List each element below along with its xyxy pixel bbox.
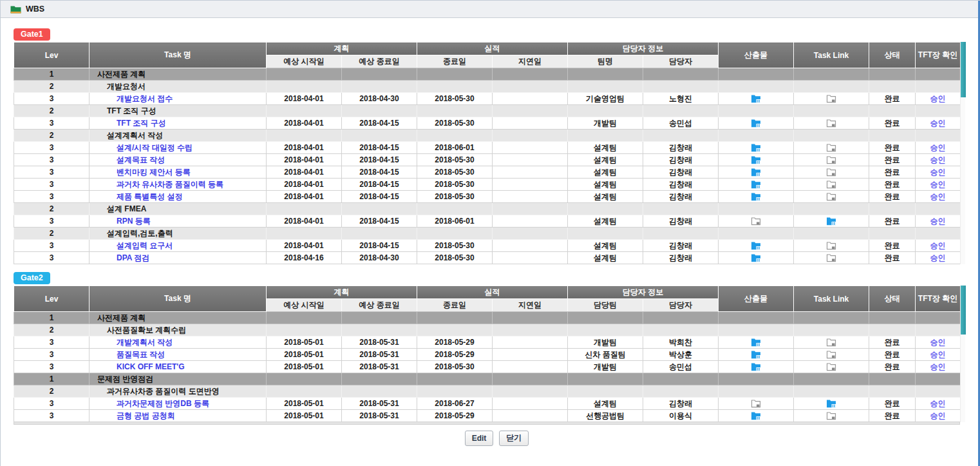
approve-link[interactable]: 승인 <box>930 155 946 164</box>
gate1-badge: Gate1 <box>14 28 50 41</box>
folder-blue-icon-deliverable[interactable] <box>751 155 761 164</box>
folder-blue-icon-deliverable[interactable] <box>751 411 761 420</box>
task-name-link[interactable]: 품질목표 작성 <box>117 350 165 359</box>
actual-end-cell: 2018-05-30 <box>417 191 493 203</box>
folder-gray-icon-deliverable[interactable] <box>751 217 761 226</box>
tft-confirm-cell <box>916 324 961 336</box>
owner-cell <box>643 324 719 336</box>
folder-gray-icon-task-link[interactable] <box>826 192 836 201</box>
task-name-link[interactable]: DPA 점검 <box>117 253 149 262</box>
folder-blue-icon-deliverable[interactable] <box>751 94 761 103</box>
deliverable-cell <box>719 68 794 81</box>
approve-link[interactable]: 승인 <box>930 241 946 250</box>
approve-link[interactable]: 승인 <box>930 411 946 420</box>
approve-link[interactable]: 승인 <box>930 362 946 371</box>
delay-cell <box>493 130 568 142</box>
col-header-owner: 담당자 <box>643 55 719 68</box>
task-link-cell <box>794 142 869 154</box>
folder-blue-icon-deliverable[interactable] <box>751 119 761 128</box>
approve-link[interactable]: 승인 <box>930 119 946 128</box>
folder-gray-icon-task-link[interactable] <box>826 241 836 250</box>
table-row: 3설계목표 작성2018-04-012018-04-152018-05-30설계… <box>14 154 961 166</box>
task-name-link[interactable]: 과거차문제점 반영DB 등록 <box>117 399 209 408</box>
task-name-cell: 금형 공법 공청회 <box>90 410 267 422</box>
delay-cell <box>493 215 568 228</box>
deliverable-cell <box>719 105 794 117</box>
col-header-deliverable: 산출물 <box>719 286 794 312</box>
task-name-link[interactable]: 벤치마킹 제안서 등록 <box>117 168 191 177</box>
folder-blue-icon-deliverable[interactable] <box>751 180 761 189</box>
folder-gray-icon-task-link[interactable] <box>826 350 836 359</box>
folder-blue-icon-deliverable[interactable] <box>751 143 761 152</box>
vertical-scrollbar[interactable] <box>960 286 965 422</box>
scrollbar-thumb[interactable] <box>961 42 966 97</box>
status-cell: 완료 <box>869 179 916 191</box>
folder-gray-icon-task-link[interactable] <box>826 119 836 128</box>
folder-gray-icon-task-link[interactable] <box>826 168 836 177</box>
col-header-lev: Lev <box>14 286 90 312</box>
task-name-link[interactable]: 개발요청서 접수 <box>117 94 173 103</box>
approve-link[interactable]: 승인 <box>930 217 946 226</box>
task-name-link[interactable]: 설계목표 작성 <box>117 155 165 164</box>
approve-link[interactable]: 승인 <box>930 350 946 359</box>
approve-link[interactable]: 승인 <box>930 143 946 152</box>
plan-end-cell: 2018-04-30 <box>342 252 417 264</box>
folder-gray-icon-task-link[interactable] <box>826 155 836 164</box>
task-name-link[interactable]: 설계입력 요구서 <box>117 241 173 250</box>
owner-cell <box>643 385 719 398</box>
owner-cell: 김창래 <box>643 142 719 154</box>
folder-gray-icon-task-link[interactable] <box>826 143 836 152</box>
close-button[interactable]: 닫기 <box>499 431 529 446</box>
deliverable-cell <box>719 93 794 105</box>
approve-link[interactable]: 승인 <box>930 94 946 103</box>
clipped-next-row <box>14 422 960 425</box>
folder-blue-icon-deliverable[interactable] <box>751 253 761 262</box>
task-name-link[interactable]: KICK OFF MEET'G <box>117 362 185 371</box>
folder-gray-icon-task-link[interactable] <box>826 338 836 347</box>
plan-end-cell <box>342 203 417 215</box>
approve-link[interactable]: 승인 <box>930 399 946 408</box>
actual-end-cell: 2018-05-30 <box>417 117 493 130</box>
plan-end-cell <box>342 105 417 117</box>
folder-blue-icon-deliverable[interactable] <box>751 350 761 359</box>
plan-start-cell: 2018-04-01 <box>267 191 342 203</box>
folder-blue-icon-deliverable[interactable] <box>751 241 761 250</box>
approve-link[interactable]: 승인 <box>930 192 946 201</box>
vertical-scrollbar[interactable] <box>960 42 965 264</box>
task-name-link[interactable]: 제품 특별특성 설정 <box>117 192 183 201</box>
task-name-link[interactable]: 과거차 유사차종 품질이력 등록 <box>117 180 223 189</box>
task-name-cell: 과거차 유사차종 품질이력 등록 <box>90 179 267 191</box>
folder-blue-icon-task-link[interactable] <box>826 399 836 408</box>
task-name-link[interactable]: TFT 조직 구성 <box>117 119 166 128</box>
team-cell <box>568 312 643 324</box>
task-name-link[interactable]: 설계/시작 대일정 수립 <box>117 143 193 152</box>
approve-link[interactable]: 승인 <box>930 180 946 189</box>
approve-link[interactable]: 승인 <box>930 338 946 347</box>
approve-link[interactable]: 승인 <box>930 168 946 177</box>
folder-blue-icon-deliverable[interactable] <box>751 338 761 347</box>
col-header-task-name: Task 명 <box>90 43 267 68</box>
task-name-link[interactable]: RPN 등록 <box>117 217 151 226</box>
approve-link[interactable]: 승인 <box>930 253 946 262</box>
edit-button[interactable]: Edit <box>465 431 494 446</box>
folder-gray-icon-deliverable[interactable] <box>751 399 761 408</box>
folder-gray-icon-task-link[interactable] <box>826 180 836 189</box>
tft-confirm-cell: 승인 <box>916 336 961 349</box>
actual-end-cell <box>417 130 493 142</box>
folder-gray-icon-task-link[interactable] <box>826 362 836 371</box>
folder-gray-icon-task-link[interactable] <box>826 253 836 262</box>
folder-gray-icon-task-link[interactable] <box>826 411 836 420</box>
lev-cell: 2 <box>14 203 90 215</box>
folder-blue-icon-deliverable[interactable] <box>751 192 761 201</box>
task-name-link[interactable]: 개발계획서 작성 <box>117 338 173 347</box>
lev-cell: 3 <box>14 166 90 179</box>
delay-cell <box>493 349 568 361</box>
scrollbar-thumb[interactable] <box>961 286 966 335</box>
folder-blue-icon-deliverable[interactable] <box>751 362 761 371</box>
deliverable-cell <box>719 336 794 349</box>
folder-blue-icon-deliverable[interactable] <box>751 168 761 177</box>
folder-blue-icon-task-link[interactable] <box>826 217 836 226</box>
table-row: 3KICK OFF MEET'G2018-05-012018-05-312018… <box>14 361 961 373</box>
task-name-link[interactable]: 금형 공법 공청회 <box>117 411 175 420</box>
folder-gray-icon-task-link[interactable] <box>826 94 836 103</box>
